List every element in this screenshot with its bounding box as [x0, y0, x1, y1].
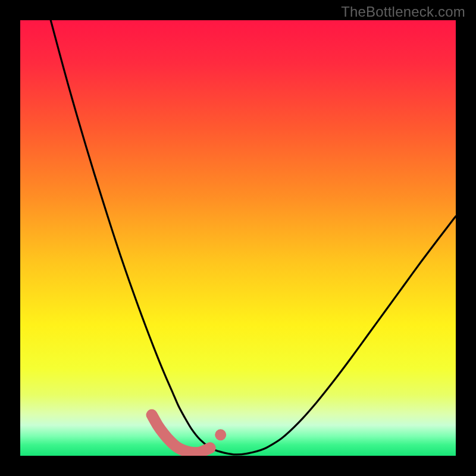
chart-svg — [20, 20, 456, 456]
plot-area — [20, 20, 456, 456]
chart-frame: TheBottleneck.com — [0, 0, 476, 476]
gradient-background — [20, 20, 456, 456]
watermark-text: TheBottleneck.com — [341, 4, 465, 20]
highlight-endpoint — [215, 429, 226, 440]
